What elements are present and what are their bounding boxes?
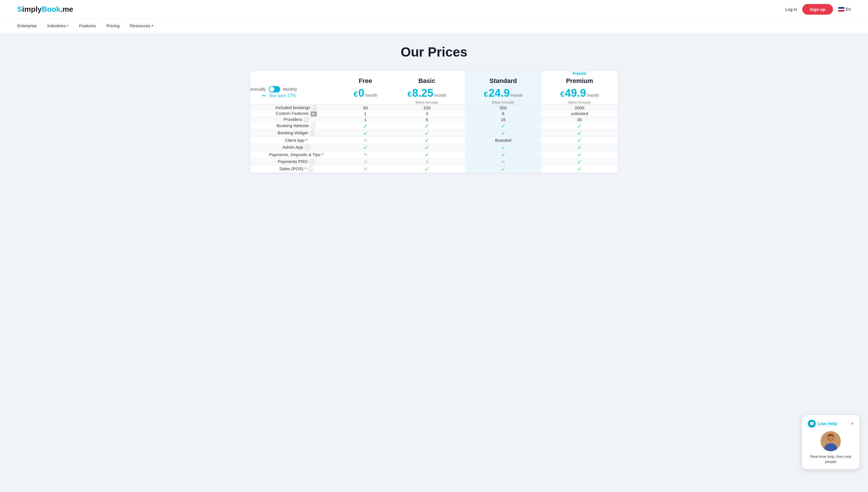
info-icon[interactable]: i xyxy=(312,105,317,110)
feature-value: ✓ xyxy=(541,122,618,129)
nav-pricing[interactable]: Pricing xyxy=(106,23,120,28)
feature-label: Payments, Deposits & Tips * xyxy=(269,152,323,157)
check-icon: ✓ xyxy=(424,123,429,129)
period-free: /month xyxy=(365,93,377,98)
period-premium: /month xyxy=(587,93,599,98)
info-icon[interactable]: i xyxy=(310,131,315,136)
billing-toggle-cell: Annually Monthly ↩ You save 17% xyxy=(250,71,342,105)
feature-label: Included bookings xyxy=(276,105,310,110)
svg-point-4 xyxy=(829,439,829,440)
info-icon[interactable]: i xyxy=(309,159,315,165)
chevron-down-icon: ▾ xyxy=(67,24,69,28)
svg-point-5 xyxy=(832,439,833,440)
header: SimplyBook.me Log in Sign up En xyxy=(0,0,868,18)
table-row: Sales (POS) *i✕✓✓✓ xyxy=(250,165,618,173)
feature-value: ✓ xyxy=(389,137,465,144)
feature-value: ✓ xyxy=(465,144,541,151)
feature-value: ✕ xyxy=(342,137,389,144)
logo[interactable]: SimplyBook.me xyxy=(17,5,73,14)
feature-name: Included bookingsi xyxy=(250,105,342,111)
signup-button[interactable]: Sign up xyxy=(802,4,833,15)
feature-label: Booking Website xyxy=(277,123,309,128)
info-icon[interactable]: i xyxy=(304,117,309,122)
info-icon[interactable]: i xyxy=(305,145,310,150)
toggle-controls: Annually Monthly xyxy=(250,86,342,93)
popular-badge: Popular xyxy=(541,71,618,75)
check-icon: ✓ xyxy=(577,166,582,172)
nav-resources[interactable]: Resources ▾ xyxy=(130,23,153,28)
feature-value: unlimited xyxy=(541,111,618,117)
feature-value: ✓ xyxy=(389,129,465,137)
feature-value: ✓ xyxy=(465,122,541,129)
nav-features[interactable]: Features xyxy=(79,23,96,28)
feature-value: ✓ xyxy=(342,129,389,137)
plan-price-basic: €8.25 /month xyxy=(389,87,465,99)
value-text: 8 xyxy=(502,111,504,116)
feature-name: Custom Features▶ xyxy=(250,111,342,117)
lang-label: En xyxy=(846,7,851,11)
feature-name: Booking Websitei xyxy=(250,122,342,129)
value-text: 15 xyxy=(501,117,506,122)
feature-value: 50 xyxy=(342,105,389,111)
plan-header-premium: Popular Premium €49.9 /month Billed Annu… xyxy=(541,71,618,105)
value-text: 30 xyxy=(577,117,582,122)
check-icon: ✓ xyxy=(577,137,582,144)
table-row: Admin Appi✓✓✓✓ xyxy=(250,144,618,151)
video-icon[interactable]: ▶ xyxy=(311,112,317,117)
feature-value: ✓ xyxy=(541,129,618,137)
agent-avatar xyxy=(821,431,841,451)
feature-value: ✓ xyxy=(541,158,618,165)
info-icon[interactable]: i xyxy=(308,167,313,172)
feature-name: Payments PROi xyxy=(250,158,342,165)
cross-icon: ✕ xyxy=(501,159,505,165)
billing-toggle[interactable] xyxy=(269,86,280,93)
logo-simply: imply xyxy=(22,5,42,14)
toggle-area: Annually Monthly ↩ You save 17% xyxy=(250,86,342,99)
feature-label: Admin App xyxy=(282,145,303,150)
subnav: Enterprise Industries ▾ Features Pricing… xyxy=(0,18,868,33)
cross-icon: ✕ xyxy=(364,166,368,172)
arrow-icon: ↩ xyxy=(262,93,266,99)
feature-value: ✓ xyxy=(541,151,618,158)
flag-icon xyxy=(838,7,844,11)
language-selector[interactable]: En xyxy=(838,7,851,11)
feature-value: ✓ xyxy=(541,144,618,151)
value-text: 1 xyxy=(364,111,367,116)
feature-label: Payments PRO xyxy=(278,159,307,164)
monthly-label: Monthly xyxy=(283,87,297,92)
info-icon[interactable]: i xyxy=(311,123,316,129)
billed-free xyxy=(342,100,389,104)
close-button[interactable]: × xyxy=(851,421,854,426)
login-button[interactable]: Log in xyxy=(785,7,797,12)
currency-basic: € xyxy=(407,90,411,99)
feature-value: ✓ xyxy=(342,144,389,151)
amount-premium: 49.9 xyxy=(565,87,586,99)
plan-header-free: Free €0 /month xyxy=(342,71,389,105)
feature-name: Providersi xyxy=(250,117,342,122)
feature-value: 8 xyxy=(465,111,541,117)
value-text: 2000 xyxy=(575,105,584,110)
feature-value: ✕ xyxy=(465,158,541,165)
check-icon: ✓ xyxy=(363,123,368,129)
feature-value: ✓ xyxy=(389,144,465,151)
table-row: Booking Widgeti✓✓✓✓ xyxy=(250,129,618,137)
check-icon: ✓ xyxy=(424,166,429,172)
live-help-title: 💬 Live Help xyxy=(808,420,837,428)
nav-enterprise[interactable]: Enterprise xyxy=(17,23,37,28)
nav-industries[interactable]: Industries ▾ xyxy=(47,23,69,28)
feature-value: ✓ xyxy=(465,129,541,137)
check-icon: ✓ xyxy=(577,123,582,129)
feature-value: ✓ xyxy=(342,122,389,129)
feature-label: Client App * xyxy=(285,138,307,143)
check-icon: ✓ xyxy=(501,152,506,158)
agent-photo xyxy=(821,431,841,451)
feature-value: 1 xyxy=(342,117,389,122)
check-icon: ✓ xyxy=(424,152,429,158)
check-icon: ✓ xyxy=(363,144,368,151)
cross-icon: ✕ xyxy=(364,138,368,143)
value-text: 500 xyxy=(500,105,507,110)
feature-name: Client App * xyxy=(250,137,342,144)
chevron-down-icon-resources: ▾ xyxy=(152,24,153,28)
feature-value: ✕ xyxy=(342,158,389,165)
plan-header-standard: Standard €24.9 /month Billed Annually xyxy=(465,71,541,105)
